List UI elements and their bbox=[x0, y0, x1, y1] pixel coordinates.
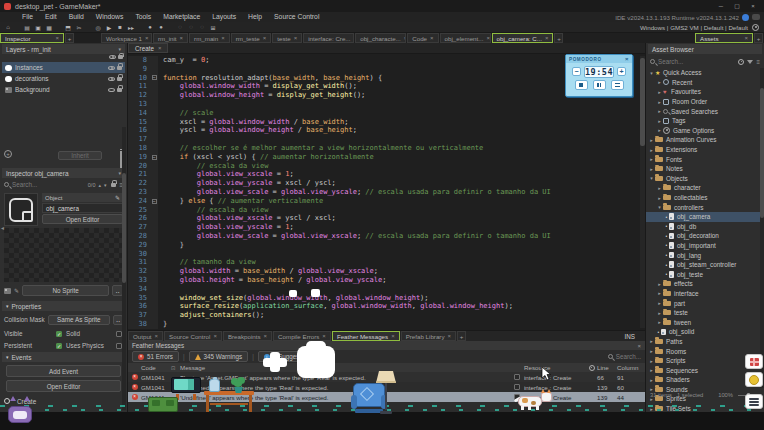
code-line[interactable]: 26 global.view_xscale = yscl / xscl; bbox=[128, 214, 640, 223]
code-line[interactable]: 8cam_y = 0; bbox=[128, 56, 640, 65]
dock-tab-compile-errors[interactable]: Compile Errors× bbox=[273, 331, 331, 341]
code-line[interactable]: 17 bbox=[128, 135, 640, 144]
asset-tree-item[interactable]: ▸Rooms bbox=[646, 346, 760, 356]
tab-close-icon[interactable]: × bbox=[545, 35, 549, 41]
menu-item-marketplace[interactable]: Marketplace bbox=[157, 12, 206, 22]
code-line[interactable]: 15 xscl = global.window_width / base_wid… bbox=[128, 118, 640, 127]
close-panel-icon[interactable]: × bbox=[637, 343, 641, 349]
event-item-create[interactable]: Create bbox=[4, 395, 123, 407]
tab-close-icon[interactable]: × bbox=[145, 35, 149, 41]
row-checkbox[interactable] bbox=[514, 394, 520, 400]
tab-inspector[interactable]: Inspector × bbox=[0, 33, 64, 43]
new-project-icon[interactable]: ▤ bbox=[22, 23, 32, 32]
open-editor-button[interactable]: Open Editor bbox=[42, 214, 123, 224]
sort-icon[interactable]: ⊡ bbox=[171, 365, 180, 371]
column-code[interactable]: Code bbox=[141, 364, 171, 371]
workspace-tab[interactable]: obj_camera: C...× bbox=[492, 33, 554, 43]
filter-icon[interactable] bbox=[747, 60, 753, 64]
lock-icon[interactable] bbox=[118, 55, 123, 59]
asset-tree-item[interactable]: ▸Sequences bbox=[646, 365, 760, 375]
dock-tab-feather-messages[interactable]: Feather Messages× bbox=[332, 331, 400, 341]
layer-item[interactable]: decorations bbox=[2, 73, 125, 84]
asset-tree-item[interactable]: ▾controllers bbox=[646, 202, 760, 212]
asset-tree-item[interactable]: ▸effects bbox=[646, 279, 760, 289]
column-line[interactable]: Line bbox=[597, 364, 617, 371]
checkbox-visible[interactable]: ✓ bbox=[56, 331, 62, 337]
inspector-search-input[interactable]: Search... bbox=[12, 181, 37, 188]
feather-message-row[interactable]: ×GM1041'Undefined' appears where the typ… bbox=[128, 392, 645, 402]
help-icon[interactable]: ● bbox=[145, 23, 155, 32]
layers-header[interactable]: Layers - rm_init▾ bbox=[2, 44, 125, 54]
add-workspace-tab-button[interactable]: + bbox=[554, 33, 563, 43]
code-line[interactable]: 11 global.window_width = display_get_wid… bbox=[128, 82, 640, 91]
tab-close-icon[interactable]: × bbox=[158, 45, 162, 51]
code-line[interactable]: 9 bbox=[128, 65, 640, 74]
asset-search-input[interactable]: Search... bbox=[658, 58, 683, 65]
stop-button[interactable] bbox=[575, 80, 588, 90]
asset-tree-item[interactable]: ▸interface bbox=[646, 289, 760, 299]
column-resource[interactable]: Resource bbox=[524, 364, 586, 371]
asset-tree-item[interactable]: •obj_important bbox=[646, 241, 760, 251]
dock-tab-prefab-library[interactable]: Prefab Library× bbox=[401, 331, 456, 341]
tab-close-icon[interactable]: × bbox=[448, 333, 452, 339]
prev-match-icon[interactable]: ▴ bbox=[98, 182, 101, 188]
next-match-icon[interactable]: ▾ bbox=[104, 182, 107, 188]
add-event-button[interactable]: Add Event bbox=[6, 365, 121, 377]
zoom-in-icon[interactable]: ◌ bbox=[197, 23, 207, 32]
asset-tree-item[interactable]: •obj_teste bbox=[646, 269, 760, 279]
asset-tree-item[interactable]: •obj_solid bbox=[646, 327, 760, 337]
workspace-tab[interactable]: Code× bbox=[407, 33, 438, 43]
code-line[interactable]: 18 // escolher se é melhor aumentar a vi… bbox=[128, 144, 640, 153]
code-line[interactable]: 21 global.view_xscale = 1; bbox=[128, 170, 640, 179]
code-line[interactable]: 32 global.width = base_width / global.vi… bbox=[128, 267, 640, 276]
asset-tree-item[interactable]: ▸Paths bbox=[646, 337, 760, 347]
object-name-field[interactable]: obj_camera bbox=[42, 203, 123, 213]
feather-message-row[interactable]: ×GM1041The type 'Asset.GMFont' appears w… bbox=[128, 372, 645, 382]
grid-icon[interactable]: ⊞ bbox=[208, 23, 218, 32]
run-icon[interactable]: ▶ bbox=[104, 23, 114, 32]
code-line[interactable]: 29 } bbox=[128, 241, 640, 250]
suggestions-filter-button[interactable]: i 3 Suggestions bbox=[258, 351, 319, 362]
lock-icon[interactable] bbox=[117, 88, 122, 92]
asset-tree-item[interactable]: ▸Room Order bbox=[646, 97, 760, 107]
minimize-button[interactable]: ─ bbox=[714, 1, 728, 11]
minus-button[interactable]: − bbox=[572, 67, 581, 76]
eye-icon[interactable] bbox=[109, 55, 116, 59]
inspector-scrollbar[interactable] bbox=[122, 127, 126, 410]
edit-sprite-icon[interactable]: ✎ bbox=[14, 287, 19, 294]
open-project-icon[interactable]: ▣ bbox=[33, 23, 43, 32]
books-item-button[interactable] bbox=[745, 394, 763, 409]
gift-item-button[interactable] bbox=[745, 354, 763, 369]
add-dock-tab-button[interactable]: + bbox=[457, 331, 466, 341]
eye-icon[interactable] bbox=[108, 66, 115, 70]
table-settings-gear-icon[interactable] bbox=[589, 365, 595, 371]
code-line[interactable]: 20 // escala da view bbox=[128, 162, 640, 171]
code-line[interactable]: 30 bbox=[128, 250, 640, 259]
code-line[interactable]: 10−function resolution_adapt(base_width,… bbox=[128, 74, 640, 83]
browser-settings-gear-icon[interactable] bbox=[738, 59, 744, 65]
lock-icon[interactable] bbox=[117, 77, 122, 81]
asset-tree-item[interactable]: ▸collectables bbox=[646, 193, 760, 203]
workspace-tab[interactable]: rm_main× bbox=[189, 33, 230, 43]
tab-close-icon[interactable]: × bbox=[55, 35, 59, 41]
clean-icon[interactable]: ✂ bbox=[74, 23, 84, 32]
code-line[interactable]: 12 global.window_height = display_get_he… bbox=[128, 91, 640, 100]
code-line[interactable]: 31 // tamanho da view bbox=[128, 258, 640, 267]
menu-item-tools[interactable]: Tools bbox=[129, 12, 157, 22]
home-icon[interactable]: ⌂ bbox=[3, 23, 13, 32]
code-line[interactable]: 27 global.view_yscale = 1; bbox=[128, 223, 640, 232]
asset-tree-item[interactable]: ▸Fonts bbox=[646, 154, 760, 164]
asset-browser-scrollbar[interactable] bbox=[760, 68, 764, 388]
close-button[interactable]: × bbox=[746, 1, 760, 11]
row-checkbox[interactable] bbox=[514, 374, 520, 380]
tab-close-icon[interactable]: × bbox=[263, 35, 267, 41]
workspace-tab[interactable]: Workspace 1× bbox=[101, 33, 152, 43]
view-mode-icon[interactable]: ≡ bbox=[756, 59, 760, 65]
column-column[interactable]: Column bbox=[617, 364, 645, 371]
code-line[interactable]: 28 global.view_scale = global.view_xscal… bbox=[128, 232, 640, 241]
asset-tree-item[interactable]: ▸Animation Curves bbox=[646, 135, 760, 145]
workspace-tab[interactable]: rm_teste× bbox=[231, 33, 272, 43]
checkbox-persistent[interactable]: ✓ bbox=[56, 343, 62, 349]
column-message[interactable]: Message bbox=[180, 364, 510, 371]
asset-tree-item[interactable]: ▸tween bbox=[646, 317, 760, 327]
